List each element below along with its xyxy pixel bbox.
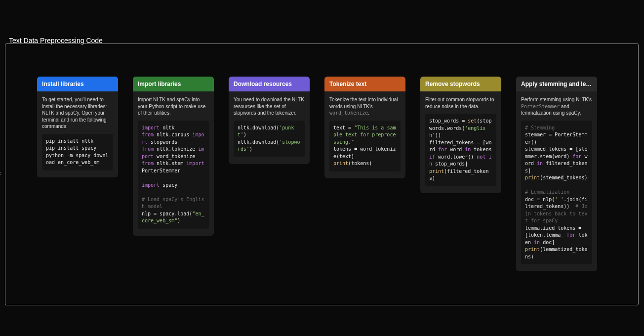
card-remove-stopwords[interactable]: Remove stopwords Filter out common stopw… <box>420 77 501 193</box>
card-body: You need to download the NLTK resources … <box>229 91 310 164</box>
code-block: import nltk from nltk.corpus import stop… <box>138 121 209 229</box>
card-body: Perform stemming using NLTK's PorterStem… <box>516 91 597 271</box>
card-header: Tokenize text <box>324 77 405 91</box>
card-body: Filter out common stopwords to reduce no… <box>420 91 501 193</box>
card-header: Import libraries <box>133 77 214 91</box>
card-columns: Install libraries To get started, you'll… <box>37 77 606 271</box>
card-header: Install libraries <box>37 77 118 91</box>
card-description: Tokenize the text into individual words … <box>329 96 401 117</box>
code-block: pip install nltk pip install spacy pytho… <box>42 134 113 170</box>
card-install-libraries[interactable]: Install libraries To get started, you'll… <box>37 77 118 177</box>
card-body: Tokenize the text into individual words … <box>324 91 405 178</box>
card-header: Download resources <box>229 77 310 91</box>
code-block: # Stemming stemmer = PorterStemmer() ste… <box>521 121 592 265</box>
card-import-libraries[interactable]: Import libraries Import NLTK and spaCy i… <box>133 77 214 236</box>
card-description: To get started, you'll need to install t… <box>42 96 113 130</box>
card-description: Filter out common stopwords to reduce no… <box>425 96 496 110</box>
card-stemming-lemmatization[interactable]: Apply stemming and lem… Perform stemming… <box>516 77 597 271</box>
card-tokenize-text[interactable]: Tokenize text Tokenize the text into ind… <box>324 77 405 178</box>
card-body: To get started, you'll need to install t… <box>37 91 118 177</box>
code-block: nltk.download('punkt') nltk.download('st… <box>234 121 305 157</box>
card-body: Import NLTK and spaCy into your Python s… <box>133 91 214 236</box>
card-header: Apply stemming and lem… <box>516 77 597 91</box>
code-block: stop_words = set(stopwords.words('englis… <box>425 114 496 186</box>
card-description: Import NLTK and spaCy into your Python s… <box>138 96 209 117</box>
card-description: You need to download the NLTK resources … <box>234 96 305 117</box>
card-download-resources[interactable]: Download resources You need to download … <box>229 77 310 164</box>
code-block: text = "This is a sample text for prepro… <box>329 121 401 171</box>
content-frame: Install libraries To get started, you'll… <box>5 43 639 305</box>
card-description: Perform stemming using NLTK's PorterStem… <box>521 96 592 117</box>
scroll-left-indicator: ‹ <box>0 170 3 176</box>
card-header: Remove stopwords <box>420 77 501 91</box>
